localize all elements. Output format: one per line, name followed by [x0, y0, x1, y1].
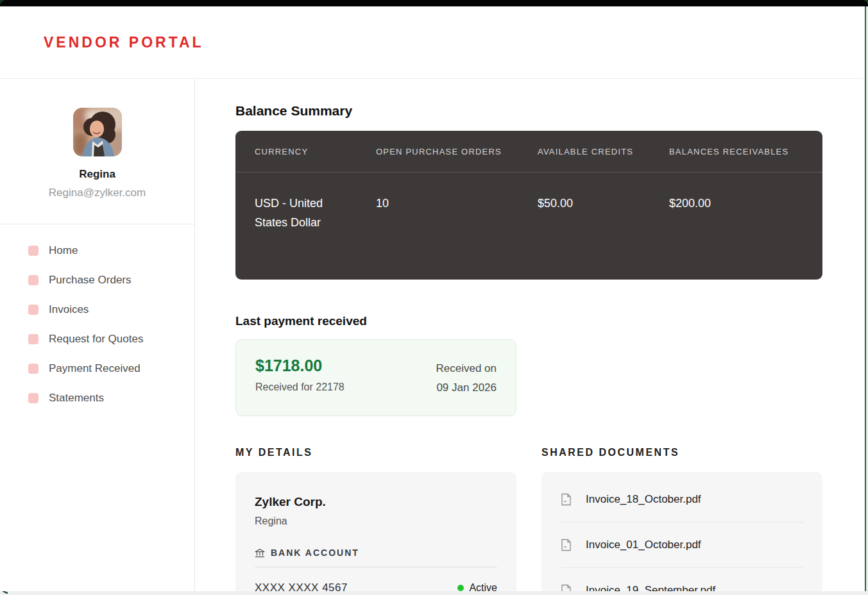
last-payment-amount: $1718.00: [255, 356, 345, 375]
vendor-portal-page: VENDOR PORTAL: [0, 6, 863, 591]
sidebar-item-label: Purchase Orders: [49, 274, 132, 287]
company-name: Zylker Corp.: [255, 495, 497, 509]
shared-documents-title: SHARED DOCUMENTS: [541, 447, 822, 458]
last-payment-card: $1718.00 Received for 22178 Received on …: [235, 339, 516, 416]
profile-name: Regina: [79, 168, 115, 181]
balance-summary-table: CURRENCY OPEN PURCHASE ORDERS AVAILABLE …: [235, 131, 822, 280]
nav-bullet-icon: [28, 334, 38, 344]
shared-document-item[interactable]: Invoice_19_September.pdf: [561, 568, 803, 591]
status-dot-icon: [457, 585, 464, 591]
cell-available-credits: $50.00: [538, 194, 669, 232]
column-header-available-credits: AVAILABLE CREDITS: [538, 147, 669, 156]
my-details-section: MY DETAILS Zylker Corp. Regina: [235, 447, 516, 591]
file-name: Invoice_01_October.pdf: [586, 539, 701, 551]
file-icon: [561, 539, 572, 551]
received-on-label: Received on: [436, 359, 497, 378]
my-details-card: Zylker Corp. Regina: [235, 472, 516, 591]
shared-documents-section: SHARED DOCUMENTS Invoice_18_October.pdf: [541, 447, 822, 591]
window-top-bar: [0, 0, 868, 6]
bank-icon: [255, 548, 265, 558]
nav-bullet-icon: [28, 246, 38, 256]
profile-block: Regina Regina@zylker.com: [0, 79, 194, 199]
avatar: [73, 108, 122, 156]
nav-bullet-icon: [28, 305, 38, 315]
nav-bullet-icon: [28, 364, 38, 374]
balance-table-row: USD - United States Dollar 10 $50.00 $20…: [235, 172, 822, 232]
sidebar-item-label: Payment Received: [49, 362, 140, 375]
last-payment-reference: Received for 22178: [255, 381, 345, 393]
last-payment-title: Last payment received: [235, 314, 822, 328]
my-details-title: MY DETAILS: [235, 447, 516, 458]
account-status: Active: [457, 582, 497, 591]
cell-currency: USD - United States Dollar: [255, 194, 376, 232]
sidebar-item-payment-received[interactable]: Payment Received: [28, 354, 194, 383]
column-header-balances-receivables: BALANCES RECEIVABLES: [669, 147, 822, 156]
avatar-photo-illustration: [73, 108, 122, 156]
sidebar-nav: Home Purchase Orders Invoices Request fo…: [0, 224, 194, 413]
account-number: XXXX XXXX 4567: [255, 582, 348, 591]
profile-email: Regina@zylker.com: [49, 187, 146, 199]
main-content: Balance Summary CURRENCY OPEN PURCHASE O…: [195, 79, 863, 591]
status-label: Active: [469, 582, 497, 591]
file-name: Invoice_19_September.pdf: [586, 584, 715, 591]
file-name: Invoice_18_October.pdf: [586, 493, 701, 506]
bank-account-divider: [255, 567, 497, 567]
window-right-edge: [863, 6, 868, 591]
column-header-open-purchase-orders: OPEN PURCHASE ORDERS: [376, 147, 538, 156]
sidebar-item-statements[interactable]: Statements: [28, 383, 194, 413]
cell-balances-receivables: $200.00: [669, 194, 822, 232]
sidebar: Regina Regina@zylker.com Home Purchase O…: [0, 79, 195, 591]
bank-account-header: BANK ACCOUNT: [255, 548, 497, 558]
received-on-date: 09 Jan 2026: [436, 378, 497, 398]
balance-table-header: CURRENCY OPEN PURCHASE ORDERS AVAILABLE …: [235, 131, 822, 172]
last-payment-left: $1718.00 Received for 22178: [255, 356, 345, 398]
window-bottom-edge: [0, 591, 868, 595]
app-title: VENDOR PORTAL: [44, 34, 204, 51]
app-header: VENDOR PORTAL: [0, 6, 863, 79]
file-icon: [561, 584, 572, 591]
file-icon: [561, 493, 572, 506]
sidebar-item-label: Statements: [49, 392, 104, 405]
balance-summary-title: Balance Summary: [235, 103, 822, 119]
sidebar-item-label: Home: [49, 244, 78, 257]
contact-name: Regina: [255, 515, 497, 527]
last-payment-date-block: Received on 09 Jan 2026: [436, 356, 497, 398]
cell-open-purchase-orders: 10: [376, 194, 538, 232]
nav-bullet-icon: [28, 393, 38, 403]
sidebar-item-purchase-orders[interactable]: Purchase Orders: [28, 265, 194, 295]
sidebar-item-label: Invoices: [49, 303, 89, 316]
column-header-currency: CURRENCY: [255, 147, 376, 156]
bank-account-row: XXXX XXXX 4567 Active: [255, 582, 497, 591]
nav-bullet-icon: [28, 275, 38, 285]
shared-document-item[interactable]: Invoice_18_October.pdf: [561, 477, 803, 523]
sidebar-item-home[interactable]: Home: [28, 236, 194, 265]
sidebar-item-invoices[interactable]: Invoices: [28, 295, 194, 324]
sidebar-item-request-for-quotes[interactable]: Request for Quotes: [28, 324, 194, 354]
shared-document-item[interactable]: Invoice_01_October.pdf: [561, 523, 803, 568]
bank-account-label: BANK ACCOUNT: [271, 548, 359, 558]
sidebar-item-label: Request for Quotes: [49, 333, 143, 346]
shared-documents-card: Invoice_18_October.pdf Invoice_01_Octob: [541, 472, 822, 591]
